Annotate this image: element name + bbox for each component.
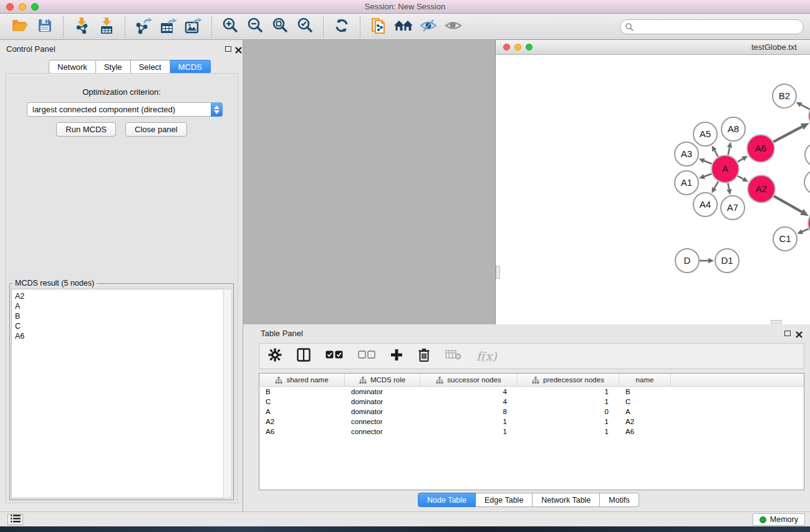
- export-table-button[interactable]: [158, 16, 179, 37]
- close-table-panel-icon[interactable]: [796, 329, 803, 337]
- export-network-icon: [135, 17, 152, 37]
- graph-edge[interactable]: [715, 181, 718, 188]
- save-session-button[interactable]: [34, 16, 55, 37]
- close-panel-button[interactable]: Close panel: [125, 122, 187, 137]
- graph-edge[interactable]: [774, 196, 802, 211]
- column-header-shared-name[interactable]: shared name: [259, 374, 345, 386]
- mcds-tab-content: Optimization criterion: largest connecte…: [5, 73, 238, 503]
- add-column-button[interactable]: [390, 349, 403, 364]
- maximize-window-button[interactable]: [31, 3, 39, 11]
- close-panel-icon[interactable]: [235, 45, 243, 52]
- tab-motifs[interactable]: Motifs: [600, 493, 639, 507]
- close-network-window-button[interactable]: [503, 44, 510, 51]
- export-network-button[interactable]: [133, 16, 154, 37]
- zoom-out-icon: [246, 17, 264, 37]
- graph-edge[interactable]: [715, 150, 718, 157]
- import-table-button[interactable]: [96, 16, 117, 37]
- maximize-network-window-button[interactable]: [526, 44, 533, 51]
- graph-node-label: A2: [756, 183, 767, 194]
- search-input[interactable]: [620, 19, 804, 34]
- result-list-item[interactable]: A: [15, 301, 223, 311]
- refresh-button[interactable]: [331, 16, 352, 37]
- zoom-fit-button[interactable]: [269, 16, 291, 37]
- criterion-dropdown[interactable]: largest connected component (directed): [27, 102, 223, 117]
- graph-edge[interactable]: [803, 229, 809, 231]
- float-panel-icon[interactable]: [225, 46, 231, 52]
- open-session-button[interactable]: [9, 16, 31, 37]
- result-list-item[interactable]: C: [15, 321, 223, 331]
- hide-graphics-details-button[interactable]: [418, 16, 439, 37]
- column-header-name[interactable]: name: [619, 374, 671, 386]
- open-recent-session-button[interactable]: [368, 16, 389, 37]
- split-view-button[interactable]: [297, 348, 311, 364]
- show-graphics-details-button[interactable]: [443, 16, 464, 37]
- tab-style[interactable]: Style: [96, 60, 131, 74]
- delete-column-button[interactable]: [418, 348, 430, 364]
- import-network-icon: [74, 17, 90, 37]
- result-list-item[interactable]: A6: [15, 331, 223, 341]
- zoom-in-icon: [221, 17, 239, 37]
- export-image-button[interactable]: [183, 16, 204, 37]
- table-settings-button[interactable]: [268, 348, 282, 364]
- tab-network[interactable]: Network: [49, 60, 96, 74]
- graph-node-C2[interactable]: [804, 170, 810, 194]
- horizontal-scroll-thumb[interactable]: [771, 320, 782, 324]
- network-view-window: testGlobe.txt AA1A2A3A4A5A6A7A8BB1B2B3B4…: [495, 39, 810, 325]
- close-window-button[interactable]: [6, 3, 14, 11]
- column-header-MCDS-role[interactable]: MCDS role: [345, 374, 420, 386]
- vertical-scroll-thumb[interactable]: [496, 266, 500, 279]
- graph-edge[interactable]: [728, 147, 730, 155]
- zoom-out-button[interactable]: [244, 16, 266, 37]
- column-header-predecessor-nodes[interactable]: predecessor nodes: [518, 374, 619, 386]
- tab-mcds[interactable]: MCDS: [170, 60, 211, 74]
- table-row[interactable]: A2connector11A2: [259, 417, 804, 427]
- table-cell: 1: [420, 427, 518, 437]
- graph-edge[interactable]: [738, 176, 743, 179]
- memory-status-icon: [759, 516, 766, 523]
- tab-edge-table[interactable]: Edge Table: [476, 493, 533, 507]
- delete-table-button[interactable]: [445, 349, 461, 363]
- tab-node-table[interactable]: Node Table: [418, 493, 476, 507]
- graph-edge[interactable]: [801, 105, 810, 109]
- reset-layout-button[interactable]: [393, 16, 414, 37]
- table-row[interactable]: Cdominator41C: [259, 397, 804, 407]
- deselect-all-columns-button[interactable]: [358, 351, 375, 362]
- float-table-panel-icon[interactable]: [784, 331, 791, 336]
- search-field-wrap: [620, 19, 804, 34]
- table-row[interactable]: Bdominator41B: [259, 387, 804, 397]
- memory-button[interactable]: Memory: [753, 513, 805, 526]
- zoom-selected-button[interactable]: [294, 16, 316, 37]
- tab-network-table[interactable]: Network Table: [533, 493, 600, 507]
- table-cell: B: [259, 387, 345, 397]
- select-all-columns-button[interactable]: [325, 351, 343, 362]
- graph-node-label: A8: [728, 123, 739, 134]
- import-network-button[interactable]: [71, 16, 92, 37]
- column-header-successor-nodes[interactable]: successor nodes: [420, 374, 518, 386]
- result-list-item[interactable]: A2: [15, 291, 223, 301]
- network-canvas[interactable]: AA1A2A3A4A5A6A7A8BB1B2B3B4CC1C2C3C4DD1: [496, 55, 810, 324]
- table-row[interactable]: Adominator80A: [259, 407, 804, 417]
- graph-edge[interactable]: [704, 174, 711, 177]
- graph-node-B1[interactable]: [805, 143, 810, 167]
- table-cell: 1: [420, 417, 518, 427]
- window-controls: [6, 3, 39, 11]
- result-list-scrollbar[interactable]: [223, 289, 232, 498]
- graph-edge[interactable]: [773, 127, 802, 142]
- minimize-network-window-button[interactable]: [514, 44, 521, 51]
- graph-edge[interactable]: [728, 183, 729, 190]
- graph-edge[interactable]: [704, 161, 712, 164]
- result-list-item[interactable]: B: [15, 311, 223, 321]
- function-builder-button[interactable]: f(x): [476, 349, 497, 363]
- task-history-button[interactable]: [7, 514, 23, 525]
- mcds-result-list[interactable]: A2ABCA6: [11, 289, 224, 498]
- tab-select[interactable]: Select: [131, 60, 170, 74]
- table-row[interactable]: A6connector11A6: [259, 427, 804, 437]
- graph-node-label: A6: [755, 143, 766, 153]
- graph-node-label: D: [684, 255, 691, 266]
- minimize-window-button[interactable]: [19, 3, 26, 11]
- list-icon: [11, 514, 21, 525]
- graph-edge[interactable]: [738, 159, 743, 162]
- column-header-label: shared name: [286, 376, 328, 384]
- run-mcds-button[interactable]: Run MCDS: [56, 122, 116, 137]
- zoom-in-button[interactable]: [219, 16, 241, 37]
